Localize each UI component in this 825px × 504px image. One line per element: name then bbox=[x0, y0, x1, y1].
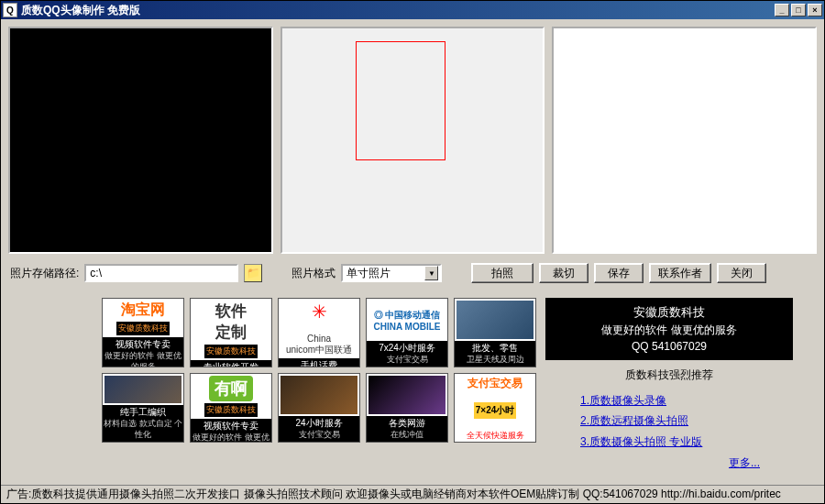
format-select[interactable]: 单寸照片 ▼ bbox=[341, 264, 442, 282]
link-2[interactable]: 2.质数远程摄像头拍照 bbox=[580, 414, 688, 427]
recommend-links: 1.质数摄像头录像 2.质数远程摄像头拍照 3.质数摄像头拍照 专业版 更多..… bbox=[545, 387, 793, 474]
close-button[interactable]: 关闭 bbox=[717, 263, 766, 283]
ad-cell-3[interactable]: ◎ 中国移动通信CHINA MOBILE7x24小时服务支付宝交易 bbox=[366, 298, 448, 367]
ads-area: 淘宝网安徽质数科技视频软件专卖做更好的软件 做更优的服务软件定制安徽质数科技专业… bbox=[1, 289, 824, 485]
contact-author-button[interactable]: 联系作者 bbox=[649, 263, 711, 283]
preview-panels bbox=[1, 19, 824, 257]
output-preview-panel bbox=[552, 27, 817, 254]
browse-folder-button[interactable]: 📁 bbox=[244, 264, 262, 282]
chevron-down-icon: ▼ bbox=[424, 266, 438, 280]
path-input[interactable] bbox=[84, 264, 238, 282]
side-info: 安徽质数科技 做更好的软件 做更优的服务 QQ 541067029 质数科技强烈… bbox=[545, 298, 793, 481]
more-link[interactable]: 更多... bbox=[729, 456, 760, 469]
crop-button[interactable]: 裁切 bbox=[539, 263, 588, 283]
ad-grid: 淘宝网安徽质数科技视频软件专卖做更好的软件 做更优的服务软件定制安徽质数科技专业… bbox=[102, 298, 536, 481]
maximize-button[interactable]: □ bbox=[791, 4, 806, 16]
path-label: 照片存储路径: bbox=[10, 266, 79, 281]
save-button[interactable]: 保存 bbox=[594, 263, 644, 283]
link-1[interactable]: 1.质数摄像头录像 bbox=[580, 394, 666, 407]
minimize-button[interactable]: _ bbox=[775, 4, 789, 16]
status-bar: 广告:质数科技提供通用摄像头拍照二次开发接口 摄像头拍照技术顾问 欢迎摄像头或电… bbox=[1, 485, 824, 503]
app-icon: Q bbox=[3, 3, 17, 17]
recommend-header: 质数科技强烈推荐 bbox=[545, 367, 793, 383]
titlebar[interactable]: Q 质数QQ头像制作 免费版 _ □ × bbox=[1, 1, 824, 19]
capture-button[interactable]: 拍照 bbox=[471, 263, 534, 283]
ad-cell-7[interactable]: 24小时服务支付宝交易 bbox=[278, 373, 360, 443]
format-value: 单寸照片 bbox=[346, 266, 390, 281]
ad-cell-6[interactable]: 有啊安徽质数科技视频软件专卖做更好的软件 做更优的服务 bbox=[190, 373, 272, 443]
ad-cell-4[interactable]: 批发、零售卫星天线及周边 bbox=[454, 298, 536, 367]
controls-row: 照片存储路径: 📁 照片格式 单寸照片 ▼ 拍照 裁切 保存 联系作者 关闭 bbox=[1, 257, 824, 289]
ad-cell-2[interactable]: ✳Chinaunicom中国联通手机话费快速冲值 bbox=[278, 298, 360, 367]
ad-cell-9[interactable]: 支付宝交易7×24小时全天候快递服务QQ 38808808快递充值 超低价格 安… bbox=[454, 373, 536, 443]
link-3[interactable]: 3.质数摄像头拍照 专业版 bbox=[580, 435, 702, 448]
crop-rectangle[interactable] bbox=[356, 41, 446, 160]
ad-cell-1[interactable]: 软件定制安徽质数科技专业软件开发做更好的软件 做更优的服务 bbox=[190, 298, 272, 367]
window-title: 质数QQ头像制作 免费版 bbox=[21, 3, 775, 18]
crop-preview-panel bbox=[280, 27, 545, 254]
camera-preview-panel bbox=[8, 27, 273, 254]
status-text: 广告:质数科技提供通用摄像头拍照二次开发接口 摄像头拍照技术顾问 欢迎摄像头或电… bbox=[6, 487, 781, 502]
close-window-button[interactable]: × bbox=[808, 4, 822, 16]
app-window: Q 质数QQ头像制作 免费版 _ □ × 照片存储路径: 📁 照片格式 单寸照片… bbox=[0, 0, 825, 504]
ad-cell-0[interactable]: 淘宝网安徽质数科技视频软件专卖做更好的软件 做更优的服务 bbox=[102, 298, 184, 367]
company-banner: 安徽质数科技 做更好的软件 做更优的服务 QQ 541067029 bbox=[545, 298, 793, 360]
ad-cell-5[interactable]: 纯手工编织材料自选 款式自定 个性化 bbox=[102, 373, 184, 443]
ad-cell-8[interactable]: 各类网游在线冲值 bbox=[366, 373, 448, 443]
format-label: 照片格式 bbox=[292, 266, 336, 281]
